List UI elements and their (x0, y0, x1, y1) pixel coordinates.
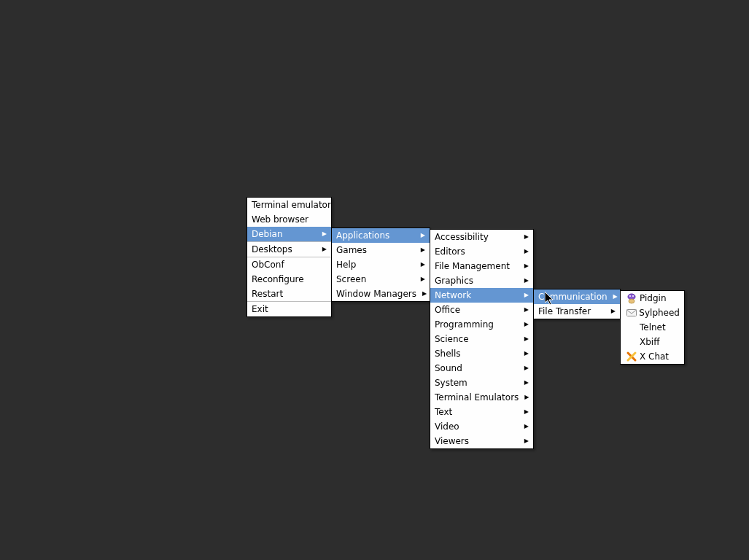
communication-submenu[interactable]: Pidgin Sylpheed Telnet Xbiff X Chat (620, 290, 685, 365)
submenu-arrow-icon: ▶ (524, 409, 529, 415)
submenu-arrow-icon: ▶ (524, 278, 529, 284)
svg-point-2 (629, 295, 631, 297)
menu-item-pidgin[interactable]: Pidgin (621, 291, 684, 306)
debian-submenu[interactable]: Applications▶ Games▶ Help▶ Screen▶ Windo… (331, 228, 430, 302)
root-context-menu[interactable]: Terminal emulator Web browser Debian▶ De… (247, 197, 332, 317)
menu-item-terminal-emulators[interactable]: Terminal Emulators▶ (430, 390, 533, 405)
submenu-arrow-icon: ▶ (524, 424, 529, 429)
menu-item-xchat[interactable]: X Chat (621, 349, 684, 364)
menu-item-programming[interactable]: Programming▶ (430, 317, 533, 332)
menu-item-science[interactable]: Science▶ (430, 332, 533, 346)
submenu-arrow-icon: ▶ (524, 263, 529, 269)
applications-submenu[interactable]: Accessibility▶ Editors▶ File Management▶… (430, 229, 534, 449)
menu-item-file-management[interactable]: File Management▶ (430, 259, 533, 273)
menu-item-screen[interactable]: Screen▶ (332, 272, 430, 287)
menu-item-accessibility[interactable]: Accessibility▶ (430, 230, 533, 244)
sylpheed-icon (625, 307, 637, 319)
menu-item-sylpheed[interactable]: Sylpheed (621, 306, 684, 320)
menu-item-system[interactable]: System▶ (430, 376, 533, 390)
submenu-arrow-icon: ▶ (524, 438, 529, 444)
submenu-arrow-icon: ▶ (524, 336, 529, 342)
blank-icon (625, 322, 638, 333)
submenu-arrow-icon: ▶ (524, 322, 529, 327)
menu-item-network[interactable]: Network▶ (430, 288, 533, 303)
blank-icon (625, 336, 638, 348)
menu-item-help[interactable]: Help▶ (332, 257, 430, 272)
menu-item-window-managers[interactable]: Window Managers▶ (332, 287, 430, 301)
menu-item-communication[interactable]: Communication▶ (534, 289, 620, 304)
submenu-arrow-icon: ▶ (322, 246, 327, 252)
menu-item-viewers[interactable]: Viewers▶ (430, 434, 533, 448)
submenu-arrow-icon: ▶ (524, 292, 529, 298)
menu-item-desktops[interactable]: Desktops▶ (247, 242, 331, 257)
submenu-arrow-icon: ▶ (524, 351, 529, 357)
submenu-arrow-icon: ▶ (524, 307, 529, 313)
submenu-arrow-icon: ▶ (524, 380, 529, 386)
submenu-arrow-icon: ▶ (421, 262, 425, 268)
submenu-arrow-icon: ▶ (524, 394, 529, 400)
menu-item-exit[interactable]: Exit (247, 302, 331, 316)
menu-item-video[interactable]: Video▶ (430, 419, 533, 434)
submenu-arrow-icon: ▶ (421, 247, 425, 253)
menu-item-applications[interactable]: Applications▶ (332, 228, 430, 243)
svg-rect-4 (626, 310, 636, 316)
submenu-arrow-icon: ▶ (322, 231, 327, 237)
menu-item-office[interactable]: Office▶ (430, 303, 533, 317)
menu-item-xbiff[interactable]: Xbiff (621, 335, 684, 349)
menu-item-file-transfer[interactable]: File Transfer▶ (534, 304, 620, 319)
menu-item-debian[interactable]: Debian▶ (247, 227, 331, 241)
menu-item-sound[interactable]: Sound▶ (430, 361, 533, 376)
submenu-arrow-icon: ▶ (524, 249, 529, 254)
submenu-arrow-icon: ▶ (421, 276, 425, 282)
menu-item-reconfigure[interactable]: Reconfigure (247, 272, 331, 287)
menu-item-text[interactable]: Text▶ (430, 405, 533, 419)
menu-item-games[interactable]: Games▶ (332, 243, 430, 257)
menu-item-restart[interactable]: Restart (247, 287, 331, 301)
menu-item-telnet[interactable]: Telnet (621, 320, 684, 335)
pidgin-icon (625, 292, 638, 304)
submenu-arrow-icon: ▶ (611, 308, 616, 314)
menu-item-obconf[interactable]: ObConf (247, 257, 331, 272)
menu-item-terminal-emulator[interactable]: Terminal emulator (247, 198, 331, 212)
submenu-arrow-icon: ▶ (524, 234, 529, 240)
svg-point-3 (632, 295, 634, 297)
submenu-arrow-icon: ▶ (422, 291, 427, 297)
xchat-icon (625, 351, 638, 362)
menu-item-editors[interactable]: Editors▶ (430, 244, 533, 259)
submenu-arrow-icon: ▶ (421, 233, 425, 238)
submenu-arrow-icon: ▶ (524, 365, 529, 371)
svg-point-1 (629, 299, 634, 303)
menu-item-web-browser[interactable]: Web browser (247, 212, 331, 227)
network-submenu[interactable]: Communication▶ File Transfer▶ (533, 289, 621, 319)
menu-item-graphics[interactable]: Graphics▶ (430, 273, 533, 288)
menu-item-shells[interactable]: Shells▶ (430, 346, 533, 361)
submenu-arrow-icon: ▶ (613, 294, 618, 300)
